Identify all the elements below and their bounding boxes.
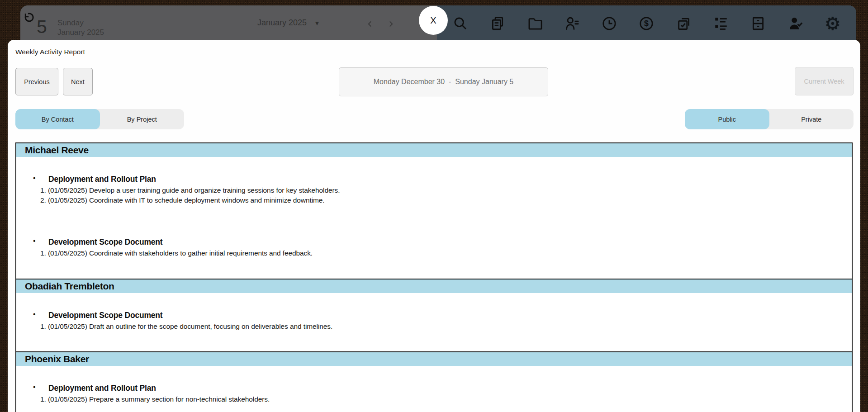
tab-public[interactable]: Public [685, 109, 769, 129]
tab-by-project[interactable]: By Project [100, 109, 185, 129]
activity-item: (01/05/2025) Coordinate with stakeholder… [48, 248, 852, 258]
contact-section: Michael Reeve Deployment and Rollout Pla… [16, 143, 852, 279]
calendar-topbar: 5 Sunday January 2025 January 2025 ▼ [20, 5, 856, 42]
checklist-button[interactable] [713, 15, 729, 32]
project-title: Development Scope Document [16, 311, 852, 320]
day-number: 5 [37, 16, 47, 38]
activity-item: (01/05/2025) Coordinate with IT to sched… [48, 195, 852, 205]
news-copy-icon [490, 16, 505, 31]
close-label: X [430, 15, 436, 26]
month-selector-label: January 2025 [257, 18, 307, 28]
month-selector[interactable]: January 2025 ▼ [257, 18, 320, 28]
activity-item: (01/05/2025) Prepare a summary section f… [48, 394, 852, 404]
folder-icon [527, 16, 543, 31]
previous-week-button[interactable]: Previous [15, 68, 58, 95]
project: Development Scope Document (01/05/2025) … [16, 237, 852, 258]
chevron-down-icon: ▼ [314, 19, 320, 27]
contacts-button[interactable] [564, 15, 580, 32]
archive-button[interactable] [750, 15, 766, 32]
svg-text:$: $ [645, 19, 649, 28]
tab-private[interactable]: Private [769, 109, 854, 129]
week-range-display: Monday December 30 - Sunday January 5 [339, 67, 548, 96]
contact-section: Obadiah Trembleton Development Scope Doc… [16, 279, 852, 352]
dollar-icon: $ [639, 16, 654, 31]
undo-icon [22, 12, 35, 24]
project-title: Deployment and Rollout Plan [16, 384, 852, 393]
tab-by-contact[interactable]: By Contact [15, 109, 100, 129]
clock-icon [602, 16, 617, 31]
section-content: Deployment and Rollout Plan (01/05/2025)… [16, 157, 852, 279]
next-week-button[interactable]: Next [63, 68, 93, 95]
contact-name-header: Phoenix Baker [16, 352, 852, 366]
time-button[interactable] [601, 15, 617, 32]
month-year-label: January 2025 [57, 28, 104, 37]
activity-item: (01/05/2025) Draft an outline for the sc… [48, 322, 852, 331]
date-display: Sunday January 2025 [57, 18, 104, 37]
tasks-check-icon [676, 16, 692, 31]
activity-list: (01/05/2025) Coordinate with stakeholder… [16, 248, 852, 258]
search-icon [453, 16, 468, 31]
activity-list: (01/05/2025) Develop a user training gui… [16, 185, 852, 205]
section-content: Deployment and Rollout Plan (01/05/2025)… [16, 366, 852, 412]
search-button[interactable] [452, 15, 469, 32]
gear-icon: ⚙ [825, 15, 841, 32]
weekly-activity-report-modal: Weekly Activity Report Previous Next Mon… [8, 40, 860, 412]
undo-button[interactable] [22, 11, 36, 25]
projects-button[interactable] [527, 15, 543, 32]
checklist-icon [713, 16, 729, 31]
settings-button[interactable]: ⚙ [825, 15, 841, 32]
billing-button[interactable]: $ [638, 15, 655, 32]
toolbar: $ [437, 5, 856, 42]
contacts-icon [564, 16, 580, 31]
activity-list: (01/05/2025) Prepare a summary section f… [16, 394, 852, 404]
current-week-button[interactable]: Current Week [795, 67, 854, 95]
next-month-button[interactable] [386, 17, 399, 31]
contact-name-header: Michael Reeve [16, 143, 852, 157]
previous-month-button[interactable] [365, 17, 379, 31]
modal-title: Weekly Activity Report [15, 48, 85, 56]
news-button[interactable] [489, 15, 506, 32]
view-tab-group: By Contact By Project [15, 109, 184, 129]
contact-section: Phoenix Baker Deployment and Rollout Pla… [16, 351, 852, 412]
chevron-right-icon [386, 19, 396, 29]
close-button[interactable]: X [419, 6, 448, 35]
project: Deployment and Rollout Plan (01/05/2025)… [16, 384, 852, 404]
tasks-button[interactable] [676, 15, 692, 32]
activity-item: (01/05/2025) Develop a user training gui… [48, 185, 852, 195]
contact-name-header: Obadiah Trembleton [16, 279, 852, 293]
chevron-left-icon [365, 19, 375, 29]
archive-cabinet-icon [750, 16, 766, 31]
weekday-label: Sunday [57, 18, 104, 28]
contact-check-button[interactable] [787, 15, 804, 32]
app-background: 5 Sunday January 2025 January 2025 ▼ [0, 0, 868, 412]
project-title: Development Scope Document [16, 237, 852, 247]
activity-list: (01/05/2025) Draft an outline for the sc… [16, 322, 852, 331]
contact-check-icon [788, 16, 803, 31]
report-body: Michael Reeve Deployment and Rollout Pla… [15, 142, 853, 412]
project: Development Scope Document (01/05/2025) … [16, 311, 852, 331]
section-content: Development Scope Document (01/05/2025) … [16, 293, 852, 352]
project: Deployment and Rollout Plan (01/05/2025)… [16, 175, 852, 205]
visibility-tab-group: Public Private [685, 109, 854, 129]
project-title: Deployment and Rollout Plan [16, 175, 852, 184]
